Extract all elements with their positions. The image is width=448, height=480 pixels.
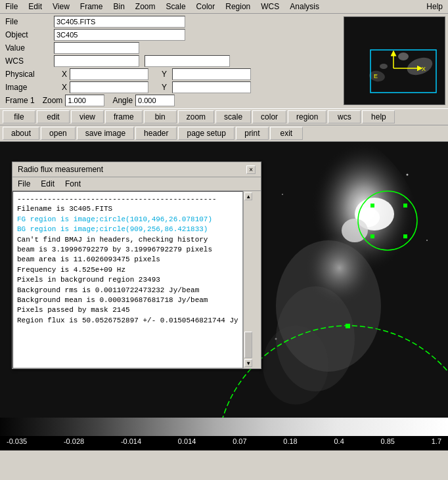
info-section: File Object Value WCS Physical X Y: [0, 14, 341, 108]
tb-open[interactable]: open: [41, 127, 76, 140]
tb-print[interactable]: print: [236, 127, 269, 140]
toolbar1: file edit view frame bin zoom scale colo…: [0, 108, 448, 125]
svg-rect-27: [403, 234, 407, 238]
physical-x-label: X: [54, 70, 67, 79]
menu-bin[interactable]: Bin: [111, 1, 127, 12]
svg-point-22: [275, 338, 277, 340]
object-input[interactable]: [54, 29, 185, 41]
file-label: File: [5, 17, 51, 26]
dialog-menu-font[interactable]: Font: [62, 179, 83, 189]
dialog-line: BG region is image;circle(909,256,86.421…: [17, 225, 238, 234]
dialog-title: Radio flux measurement: [18, 165, 103, 174]
dialog-content[interactable]: ----------------------------------------…: [12, 191, 243, 368]
angle-input[interactable]: [135, 95, 175, 106]
tb-page-setup[interactable]: page setup: [178, 127, 234, 140]
preview-svg: E X: [344, 17, 445, 105]
tb-color[interactable]: color: [252, 110, 286, 123]
scrollbar-thumb[interactable]: [244, 332, 252, 358]
dialog-line: Filename is 3C405.FITS: [17, 204, 238, 214]
image-y-input[interactable]: [172, 81, 251, 93]
svg-point-21: [426, 240, 428, 241]
dialog-titlebar: Radio flux measurement ×: [12, 162, 261, 177]
svg-point-20: [282, 194, 283, 195]
scale-label-5: 0.18: [283, 437, 297, 445]
svg-rect-26: [370, 234, 374, 238]
image-x-input[interactable]: [70, 81, 148, 93]
menu-zoom[interactable]: Zoom: [133, 1, 158, 12]
scale-label-4: 0.07: [233, 437, 246, 445]
frame-label: Frame 1: [5, 96, 35, 105]
tb-scale[interactable]: scale: [215, 110, 251, 123]
dialog-line: Pixels passed by mask 2145: [17, 305, 238, 315]
tb-edit[interactable]: edit: [37, 110, 70, 123]
scale-label-1: -0.028: [64, 437, 84, 445]
dialog-close-button[interactable]: ×: [246, 165, 256, 174]
menu-color[interactable]: Color: [194, 1, 218, 12]
toolbar2: about open save image header page setup …: [0, 125, 448, 142]
wcs-label: WCS: [5, 56, 51, 66]
value-row: Value: [0, 41, 341, 55]
dialog-line: beam is 3.19996792279 by 3.19996792279 p…: [17, 245, 238, 255]
svg-rect-25: [403, 204, 407, 207]
wcs-input2[interactable]: [145, 55, 230, 67]
value-input[interactable]: [54, 42, 139, 54]
svg-text:E: E: [374, 73, 378, 79]
dialog-line: Pixels in background region 23493: [17, 275, 238, 285]
svg-point-4: [380, 64, 388, 69]
tb-wcs[interactable]: wcs: [328, 110, 361, 123]
tb-zoom[interactable]: zoom: [178, 110, 214, 123]
dialog-scrollbar[interactable]: ▲ ▼: [243, 191, 254, 368]
scale-labels: -0.035 -0.028 -0.014 0.014 0.07 0.18 0.4…: [0, 436, 448, 447]
menu-scale[interactable]: Scale: [164, 1, 189, 12]
menu-frame[interactable]: Frame: [78, 1, 106, 12]
angle-label: Angle: [112, 96, 133, 105]
dialog-line: Frequency is 4.525e+09 Hz: [17, 265, 238, 275]
menu-analysis[interactable]: Analysis: [287, 1, 322, 12]
scale-label-7: 0.85: [381, 437, 395, 445]
dialog-line: Can't find BMAJ in headers, checking his…: [17, 235, 238, 245]
tb-view[interactable]: view: [71, 110, 104, 123]
physical-y-input[interactable]: [172, 68, 251, 80]
tb-exit[interactable]: exit: [270, 127, 303, 140]
zoom-label: Zoom: [43, 96, 63, 105]
wcs-row: WCS: [0, 55, 341, 68]
dialog-line: Region flux is 50.0526752897 +/- 0.01505…: [17, 316, 238, 326]
tb-file[interactable]: file: [3, 110, 35, 123]
menu-view[interactable]: View: [50, 1, 72, 12]
svg-point-3: [398, 53, 409, 60]
tb-help[interactable]: help: [362, 110, 395, 123]
menu-help[interactable]: Help: [424, 1, 445, 12]
scrollbar-down[interactable]: ▼: [244, 359, 252, 367]
wcs-input1[interactable]: [54, 55, 139, 67]
menu-edit[interactable]: Edit: [26, 1, 45, 12]
menu-bar: File Edit View Frame Bin Zoom Scale Colo…: [0, 0, 448, 14]
tb-save-image[interactable]: save image: [77, 127, 134, 140]
tb-bin[interactable]: bin: [144, 110, 177, 123]
menu-region[interactable]: Region: [223, 1, 253, 12]
main-display: Radio flux measurement × File Edit Font …: [0, 142, 448, 418]
image-y-label: Y: [154, 83, 167, 92]
tb-frame[interactable]: frame: [105, 110, 143, 123]
zoom-input[interactable]: [65, 95, 104, 106]
scrollbar-up[interactable]: ▲: [244, 192, 252, 200]
menu-wcs[interactable]: WCS: [258, 1, 282, 12]
svg-point-18: [263, 326, 328, 404]
dialog-line: ----------------------------------------…: [17, 194, 238, 204]
dialog-line: FG region is image;circle(1010,496,26.07…: [17, 215, 238, 225]
scale-label-2: -0.014: [121, 437, 141, 445]
physical-x-input[interactable]: [70, 68, 148, 80]
tb-region[interactable]: region: [288, 110, 326, 123]
tb-header[interactable]: header: [135, 127, 177, 140]
scale-bar: -0.035 -0.028 -0.014 0.014 0.07 0.18 0.4…: [0, 418, 448, 450]
scale-label-6: 0.4: [334, 437, 344, 445]
svg-rect-24: [370, 204, 374, 207]
top-area: File Object Value WCS Physical X Y: [0, 14, 448, 108]
dialog-line: Background rms is 0.00110722473232 Jy/be…: [17, 286, 238, 295]
menu-file[interactable]: File: [3, 1, 20, 12]
dialog-menu-edit[interactable]: Edit: [38, 179, 57, 189]
dialog-menu-file[interactable]: File: [15, 179, 33, 189]
svg-text:X: X: [422, 66, 426, 72]
tb-about[interactable]: about: [3, 127, 39, 140]
scale-gradient: [0, 418, 448, 436]
file-input[interactable]: [54, 16, 185, 28]
